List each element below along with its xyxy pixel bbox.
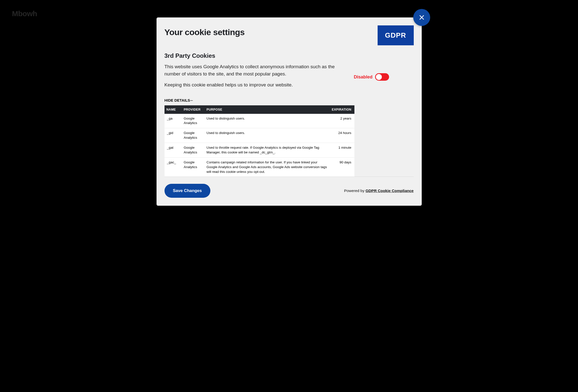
third-party-cookies-toggle[interactable]: [375, 73, 389, 81]
table-header-row: NAME PROVIDER PURPOSE EXPIRATION: [165, 105, 354, 114]
modal-header: Your cookie settings GDPR: [157, 17, 422, 45]
cookie-name: _gid: [165, 128, 182, 143]
cookie-provider: Google Analytics: [182, 114, 205, 128]
table-row: _gac_Google AnalyticsContains campaign r…: [165, 157, 354, 177]
table-header-expiration: EXPIRATION: [330, 105, 354, 114]
hide-details-toggle[interactable]: HIDE DETAILS–: [165, 98, 193, 103]
minus-icon: –: [190, 98, 193, 103]
cookie-expiration: 24 hours: [330, 128, 354, 143]
modal-scroll-area[interactable]: 3rd Party Cookies This website uses Goog…: [165, 45, 422, 177]
table-header-purpose: PURPOSE: [205, 105, 330, 114]
cookie-purpose: Used to distinguish users.: [205, 128, 330, 143]
close-icon: [418, 14, 425, 21]
cookie-expiration: 2 years: [330, 114, 354, 128]
section-paragraph: Keeping this cookie enabled helps us to …: [165, 81, 344, 89]
table-header-name: NAME: [165, 105, 182, 114]
cookie-expiration: 90 days: [330, 157, 354, 177]
modal-overlay: Your cookie settings GDPR 3rd Party Cook…: [0, 0, 578, 392]
section-paragraph: This website uses Google Analytics to co…: [165, 63, 344, 77]
toggle-state-label: Disabled: [354, 74, 373, 80]
close-button[interactable]: [413, 9, 430, 26]
cookie-purpose: Used to distinguish users.: [205, 114, 330, 128]
table-row: _gatGoogle AnalyticsUsed to throttle req…: [165, 143, 354, 158]
cookie-name: _ga: [165, 114, 182, 128]
table-row: _gaGoogle AnalyticsUsed to distinguish u…: [165, 114, 354, 128]
gdpr-badge: GDPR: [378, 25, 414, 45]
details-toggle-label: HIDE DETAILS: [165, 98, 190, 102]
cookie-name: _gat: [165, 143, 182, 158]
modal-title: Your cookie settings: [165, 27, 245, 37]
powered-by-link[interactable]: GDPR Cookie Compliance: [366, 189, 414, 193]
modal-footer: Save Changes Powered by GDPR Cookie Comp…: [165, 177, 414, 206]
cookie-purpose: Contains campaign related information fo…: [205, 157, 330, 177]
powered-by-text: Powered by GDPR Cookie Compliance: [344, 189, 413, 193]
cookie-provider: Google Analytics: [182, 143, 205, 158]
section-heading: 3rd Party Cookies: [165, 52, 417, 59]
table-row: _gidGoogle AnalyticsUsed to distinguish …: [165, 128, 354, 143]
cookie-purpose: Used to throttle request rate. If Google…: [205, 143, 330, 158]
save-changes-button[interactable]: Save Changes: [165, 184, 210, 198]
cookie-name: _gac_: [165, 157, 182, 177]
cookie-provider: Google Analytics: [182, 128, 205, 143]
toggle-knob: [376, 74, 382, 80]
cookie-provider: Google Analytics: [182, 157, 205, 177]
cookie-settings-modal: Your cookie settings GDPR 3rd Party Cook…: [157, 17, 422, 206]
cookie-details-table: NAME PROVIDER PURPOSE EXPIRATION _gaGoog…: [165, 105, 354, 177]
cookie-expiration: 1 minute: [330, 143, 354, 158]
table-header-provider: PROVIDER: [182, 105, 205, 114]
